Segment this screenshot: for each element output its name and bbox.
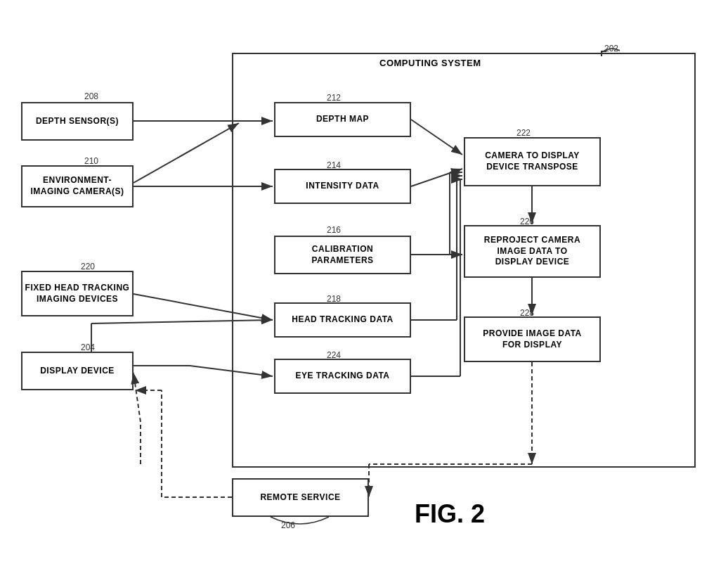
eye-tracking-box: EYE TRACKING DATA <box>274 359 411 394</box>
intensity-data-box: INTENSITY DATA <box>274 169 411 204</box>
remote-service-box: REMOTE SERVICE <box>232 478 369 517</box>
ref-202: 202 <box>604 44 618 53</box>
svg-line-31 <box>134 373 141 422</box>
ref-210: 210 <box>84 156 98 166</box>
reproject-box: REPROJECT CAMERAIMAGE DATA TODISPLAY DEV… <box>464 225 601 278</box>
ref-228: 228 <box>520 308 534 318</box>
fixed-head-box: FIXED HEAD TRACKINGIMAGING DEVICES <box>21 271 134 316</box>
depth-map-box: DEPTH MAP <box>274 102 411 137</box>
fig-label: FIG. 2 <box>415 499 485 529</box>
ref-216: 216 <box>327 225 341 235</box>
cam-display-transpose-box: CAMERA TO DISPLAYDEVICE TRANSPOSE <box>464 137 601 186</box>
ref-218: 218 <box>327 294 341 304</box>
ref-204: 204 <box>81 342 95 352</box>
computing-system-label: COMPUTING SYSTEM <box>379 58 481 68</box>
calibration-box: CALIBRATIONPARAMETERS <box>274 236 411 274</box>
ref-220: 220 <box>81 262 95 271</box>
display-device-box: DISPLAY DEVICE <box>21 352 134 390</box>
ref-222: 222 <box>516 128 531 138</box>
svg-line-3 <box>134 123 239 183</box>
ref-202-curve <box>601 51 606 56</box>
ref-208: 208 <box>84 91 98 101</box>
ref-212: 212 <box>327 93 341 103</box>
head-tracking-box: HEAD TRACKING DATA <box>274 302 411 338</box>
ref-226: 226 <box>520 217 534 226</box>
ref-206: 206 <box>281 520 295 530</box>
env-camera-box: ENVIRONMENT-IMAGING CAMERA(S) <box>21 165 134 207</box>
diagram-container: COMPUTING SYSTEM 202 DEPTH SENSOR(S) 208… <box>0 0 728 564</box>
provide-image-box: PROVIDE IMAGE DATAFOR DISPLAY <box>464 316 601 362</box>
depth-sensor-box: DEPTH SENSOR(S) <box>21 102 134 141</box>
ref-224: 224 <box>327 350 341 360</box>
ref-214: 214 <box>327 160 341 170</box>
